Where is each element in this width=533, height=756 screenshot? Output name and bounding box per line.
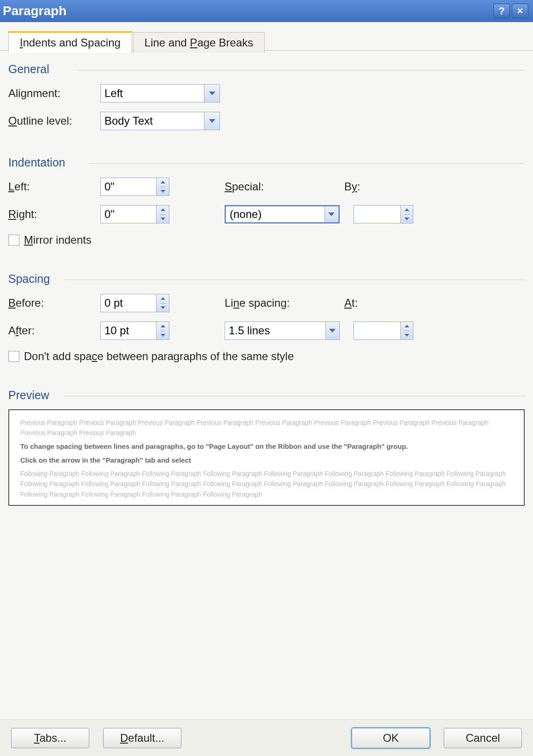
window-title: Paragraph: [3, 4, 492, 18]
mirror-indents-checkbox[interactable]: [8, 235, 19, 246]
line-spacing-value[interactable]: [225, 321, 325, 340]
preview-next-text: Following Paragraph Following Paragraph …: [20, 469, 513, 499]
indent-left-label: Left:: [8, 180, 100, 193]
alignment-combo[interactable]: [100, 84, 220, 103]
titlebar: Paragraph ? ×: [0, 0, 533, 22]
chevron-down-icon[interactable]: [160, 331, 166, 340]
after-spinner[interactable]: [100, 321, 169, 340]
chevron-up-icon[interactable]: [160, 294, 166, 304]
dont-add-space-row: Don't add space between paragraphs of th…: [8, 350, 525, 363]
outline-level-value[interactable]: [100, 112, 204, 130]
tabs-button[interactable]: Tabs...: [11, 728, 89, 748]
dialog-footer: Tabs... Default... OK Cancel: [0, 719, 533, 756]
preview-prev-text: Previous Paragraph Previous Paragraph Pr…: [20, 418, 513, 438]
group-title-preview: Preview: [8, 389, 54, 402]
svg-marker-5: [161, 218, 165, 220]
svg-marker-14: [405, 325, 409, 327]
chevron-up-icon[interactable]: [160, 322, 166, 331]
group-general: General Alignment: Outline level:: [8, 63, 525, 130]
outline-level-label: Outline level:: [8, 115, 100, 127]
chevron-down-icon[interactable]: [204, 112, 220, 130]
svg-marker-11: [161, 325, 165, 327]
tab-line-page-breaks[interactable]: Line and Page Breaks: [133, 32, 265, 53]
svg-marker-15: [405, 334, 409, 337]
chevron-up-icon[interactable]: [404, 322, 410, 331]
close-button[interactable]: ×: [512, 4, 528, 18]
chevron-up-icon[interactable]: [160, 206, 166, 215]
by-value[interactable]: [353, 205, 400, 223]
cancel-button[interactable]: Cancel: [444, 728, 522, 748]
at-value[interactable]: [353, 321, 400, 340]
button-label: Cancel: [466, 732, 500, 745]
after-value[interactable]: [100, 321, 156, 340]
svg-marker-0: [209, 92, 215, 95]
group-preview: Preview Previous Paragraph Previous Para…: [8, 389, 525, 506]
alignment-value[interactable]: [100, 84, 204, 103]
chevron-down-icon[interactable]: [404, 215, 410, 223]
chevron-up-icon[interactable]: [404, 206, 410, 215]
indent-right-value[interactable]: [100, 205, 156, 223]
group-title-indentation: Indentation: [8, 156, 70, 169]
group-indentation: Indentation Left: Special: By: Right:: [8, 156, 525, 246]
at-label: At:: [344, 297, 423, 309]
indent-right-spinner[interactable]: [100, 205, 169, 223]
mirror-indents-row: Mirror indents: [8, 234, 525, 246]
svg-marker-13: [329, 329, 336, 332]
svg-marker-4: [161, 208, 165, 211]
svg-marker-8: [405, 218, 409, 220]
dialog-body: Indents and Spacing Line and Page Breaks…: [0, 22, 533, 719]
chevron-down-icon[interactable]: [204, 84, 220, 103]
indent-left-value[interactable]: [100, 178, 156, 196]
spinner-buttons[interactable]: [400, 321, 413, 340]
spinner-buttons[interactable]: [400, 205, 413, 223]
default-button[interactable]: Default...: [103, 728, 181, 748]
preview-sample-line-1: To change spacing between lines and para…: [20, 441, 513, 452]
group-title-general: General: [8, 63, 54, 76]
help-button[interactable]: ?: [493, 4, 510, 18]
special-label: Special:: [225, 180, 344, 193]
before-value[interactable]: [100, 294, 156, 312]
preview-sample-line-2: Click on the arrow in the "Paragraph" ta…: [20, 455, 513, 466]
svg-marker-12: [161, 334, 165, 337]
svg-marker-6: [328, 212, 335, 216]
group-title-spacing: Spacing: [8, 272, 54, 286]
line-spacing-combo[interactable]: [225, 321, 340, 340]
spinner-buttons[interactable]: [156, 321, 169, 340]
outline-level-combo[interactable]: [100, 112, 220, 130]
special-combo[interactable]: [225, 205, 340, 223]
indent-right-label: Right:: [8, 208, 100, 221]
mirror-indents-label: Mirror indents: [24, 234, 92, 246]
button-label: OK: [383, 732, 399, 745]
chevron-up-icon[interactable]: [160, 178, 166, 187]
spinner-buttons[interactable]: [156, 178, 169, 196]
tab-indents-spacing[interactable]: Indents and Spacing: [8, 31, 132, 53]
after-label: After:: [8, 324, 100, 337]
svg-marker-9: [161, 297, 165, 300]
spinner-buttons[interactable]: [156, 205, 169, 223]
svg-marker-1: [209, 119, 215, 123]
spinner-buttons[interactable]: [156, 294, 169, 312]
chevron-down-icon[interactable]: [160, 215, 166, 223]
indent-left-spinner[interactable]: [100, 178, 169, 196]
alignment-label: Alignment:: [8, 87, 100, 100]
special-value[interactable]: [226, 206, 324, 223]
ok-button[interactable]: OK: [352, 728, 430, 748]
line-spacing-label: Line spacing:: [225, 297, 344, 309]
dont-add-space-checkbox[interactable]: [8, 351, 19, 362]
svg-marker-2: [161, 181, 165, 183]
svg-marker-10: [161, 306, 165, 309]
chevron-down-icon[interactable]: [160, 187, 166, 196]
chevron-down-icon[interactable]: [404, 331, 410, 340]
by-label: By:: [344, 180, 423, 193]
group-spacing: Spacing Before: Line spacing: At: After:: [8, 272, 525, 363]
by-spinner[interactable]: [353, 205, 413, 223]
tab-label: Line and Page Breaks: [145, 36, 253, 49]
before-spinner[interactable]: [100, 294, 169, 312]
chevron-down-icon[interactable]: [160, 304, 166, 312]
svg-marker-7: [405, 208, 409, 211]
chevron-down-icon[interactable]: [324, 206, 339, 223]
button-label: Default...: [120, 732, 164, 745]
at-spinner[interactable]: [353, 321, 413, 340]
button-label: Tabs...: [34, 732, 67, 745]
chevron-down-icon[interactable]: [325, 321, 340, 340]
